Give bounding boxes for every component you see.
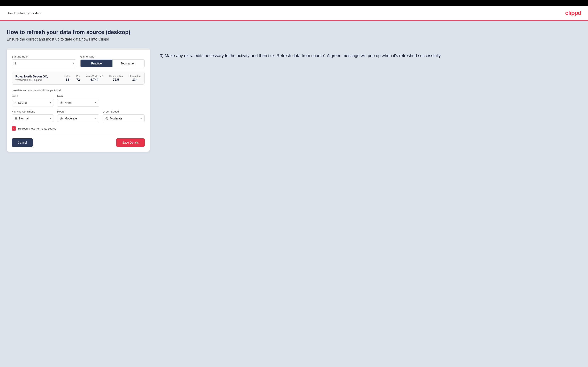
- course-stats: Holes 18 Par 72 Yards/White (M)) 6,744 C…: [65, 75, 141, 82]
- button-row: Cancel Save Details: [12, 135, 145, 147]
- starting-hole-select[interactable]: 1: [12, 60, 76, 67]
- refresh-checkbox[interactable]: ✓: [12, 126, 16, 131]
- cancel-button[interactable]: Cancel: [12, 138, 33, 147]
- starting-hole-game-type-row: Starting Hole 1 ▾ Game Type Practice Tou…: [12, 55, 145, 67]
- green-speed-field: Green Speed ◎ Moderate ▾: [103, 110, 145, 122]
- starting-hole-label: Starting Hole: [12, 55, 76, 58]
- slope-rating-label: Slope rating: [129, 75, 141, 77]
- game-type-field: Game Type Practice Tournament: [80, 55, 145, 67]
- rain-chevron-icon: ▾: [95, 101, 96, 104]
- weather-section: Weather and course conditions (optional)…: [12, 89, 145, 122]
- check-icon: ✓: [13, 127, 15, 130]
- content-area: Starting Hole 1 ▾ Game Type Practice Tou…: [7, 48, 581, 152]
- rough-icon: ◉: [60, 116, 63, 120]
- save-button[interactable]: Save Details: [116, 138, 145, 147]
- rough-field: Rough ◉ Moderate ▾: [57, 110, 99, 122]
- top-bar: [0, 0, 588, 6]
- weather-section-title: Weather and course conditions (optional): [12, 89, 145, 92]
- wind-rain-row: Wind ≈ Strong ▾ Rain ☀ None ▾: [12, 94, 145, 107]
- wind-chevron-icon: ▾: [50, 101, 51, 104]
- fairway-value: Normal: [19, 117, 50, 120]
- starting-hole-select-wrapper: 1 ▾: [12, 59, 76, 67]
- conditions-bottom-row: Fairway Conditions ◉ Normal ▾ Rough ◉ Mo…: [12, 110, 145, 122]
- starting-hole-field: Starting Hole 1 ▾: [12, 55, 76, 67]
- page-subheading: Ensure the correct and most up to date d…: [7, 37, 581, 42]
- game-type-label: Game Type: [80, 55, 145, 58]
- header: How to refresh your data clippd: [0, 6, 588, 21]
- holes-label: Holes: [65, 75, 70, 77]
- yards-stat: Yards/White (M)) 6,744: [86, 75, 103, 82]
- tournament-button[interactable]: Tournament: [112, 60, 144, 67]
- green-speed-label: Green Speed: [103, 110, 145, 113]
- rough-chevron-icon: ▾: [95, 117, 96, 120]
- wind-value: Strong: [18, 101, 50, 104]
- yards-value: 6,744: [90, 78, 98, 81]
- course-rating-stat: Course rating 72.5: [109, 75, 123, 82]
- rough-select[interactable]: ◉ Moderate ▾: [57, 114, 99, 122]
- page-heading: How to refresh your data from source (de…: [7, 29, 581, 35]
- game-type-buttons: Practice Tournament: [80, 59, 145, 67]
- fairway-icon: ◉: [15, 116, 17, 120]
- rough-value: Moderate: [65, 117, 95, 120]
- wind-label: Wind: [12, 94, 54, 98]
- course-info: Royal North Devon GC, Westward Hol, Engl…: [15, 75, 48, 82]
- slope-rating-value: 134: [132, 78, 138, 81]
- practice-button[interactable]: Practice: [80, 60, 112, 67]
- fairway-field: Fairway Conditions ◉ Normal ▾: [12, 110, 54, 122]
- rain-select[interactable]: ☀ None ▾: [57, 99, 99, 107]
- logo: clippd: [565, 10, 581, 16]
- refresh-checkbox-row: ✓ Refresh shots from data source: [12, 126, 145, 131]
- wind-field: Wind ≈ Strong ▾: [12, 94, 54, 107]
- form-card: Starting Hole 1 ▾ Game Type Practice Tou…: [7, 48, 150, 152]
- rough-label: Rough: [57, 110, 99, 113]
- par-stat: Par 72: [76, 75, 80, 82]
- green-speed-select[interactable]: ◎ Moderate ▾: [103, 114, 145, 122]
- rain-label: Rain: [57, 94, 99, 98]
- rain-icon: ☀: [60, 101, 63, 105]
- form-top-bar: [7, 48, 150, 50]
- green-speed-chevron-icon: ▾: [141, 117, 142, 120]
- green-speed-value: Moderate: [110, 117, 141, 120]
- main-content: How to refresh your data from source (de…: [0, 21, 588, 367]
- course-row: Royal North Devon GC, Westward Hol, Engl…: [12, 72, 145, 85]
- refresh-label: Refresh shots from data source: [18, 127, 56, 130]
- holes-value: 18: [66, 78, 69, 81]
- course-rating-value: 72.5: [113, 78, 119, 81]
- side-description: 3) Make any extra edits necessary to the…: [160, 52, 581, 59]
- fairway-label: Fairway Conditions: [12, 110, 54, 113]
- yards-label: Yards/White (M)): [86, 75, 103, 77]
- slope-rating-stat: Slope rating 134: [129, 75, 141, 82]
- par-label: Par: [76, 75, 80, 77]
- green-speed-icon: ◎: [105, 116, 108, 120]
- holes-stat: Holes 18: [65, 75, 70, 82]
- fairway-chevron-icon: ▾: [50, 117, 51, 120]
- fairway-select[interactable]: ◉ Normal ▾: [12, 114, 54, 122]
- course-rating-label: Course rating: [109, 75, 123, 77]
- course-location: Westward Hol, England: [15, 79, 48, 82]
- rain-field: Rain ☀ None ▾: [57, 94, 99, 107]
- course-name: Royal North Devon GC,: [15, 75, 48, 78]
- rain-value: None: [65, 101, 95, 105]
- wind-icon: ≈: [15, 101, 16, 105]
- par-value: 72: [76, 78, 80, 81]
- header-title: How to refresh your data: [7, 11, 41, 15]
- side-text: 3) Make any extra edits necessary to the…: [160, 48, 581, 59]
- wind-select[interactable]: ≈ Strong ▾: [12, 99, 54, 107]
